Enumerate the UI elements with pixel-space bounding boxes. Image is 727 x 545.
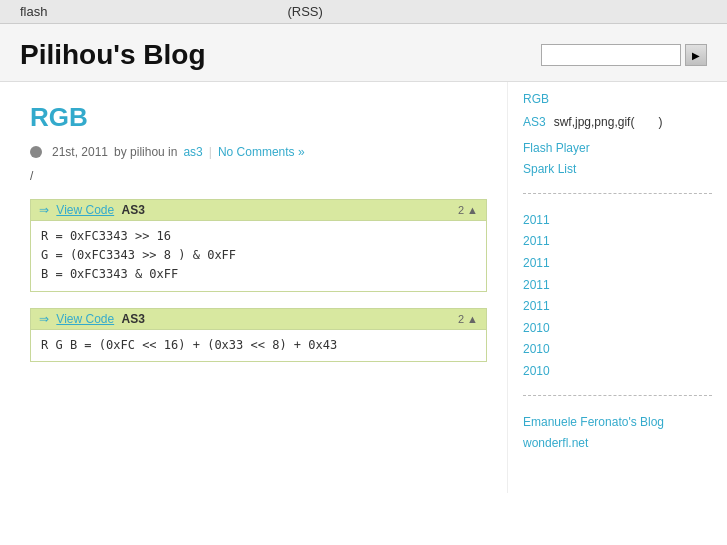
sidebar: RGB AS3 swf,jpg,png,gif( ) Flash Player …	[507, 82, 727, 493]
code-line: R G B = (0xFC << 16) + (0x33 << 8) + 0x4…	[41, 336, 476, 355]
code-arrow-icon-1: ⇒	[39, 203, 49, 217]
meta-separator: |	[209, 145, 212, 159]
code-block-2: ⇒ View Code AS3 2 ▲ R G B = (0xFC << 16)…	[30, 308, 487, 362]
search-input[interactable]	[541, 44, 681, 66]
sidebar-archive-2011-5[interactable]: 2011	[523, 296, 712, 318]
code-tools-1: 2 ▲	[458, 204, 478, 216]
code-header-left-2: ⇒ View Code AS3	[39, 312, 145, 326]
view-code-link-2[interactable]: View Code	[56, 312, 114, 326]
code-scroll-up-1[interactable]: ▲	[467, 204, 478, 216]
code-block-1: ⇒ View Code AS3 2 ▲ R = 0xFC3343 >> 16 G…	[30, 199, 487, 292]
meta-bullet	[30, 146, 42, 158]
sidebar-archives-section: 2011 2011 2011 2011 2011 2010 2010 2010	[523, 210, 712, 396]
code-header-left-1: ⇒ View Code AS3	[39, 203, 145, 217]
sidebar-blogroll-section: Emanuele Feronato's Blog wonderfl.net	[523, 412, 712, 467]
code-header-1: ⇒ View Code AS3 2 ▲	[31, 200, 486, 221]
sidebar-tag-as3[interactable]: AS3	[523, 112, 546, 134]
code-tools-2: 2 ▲	[458, 313, 478, 325]
sidebar-archive-2010-1[interactable]: 2010	[523, 318, 712, 340]
post-body: /	[30, 169, 487, 183]
top-nav: flash (RSS)	[0, 0, 727, 24]
sidebar-archive-2011-1[interactable]: 2011	[523, 210, 712, 232]
code-line: B = 0xFC3343 & 0xFF	[41, 265, 476, 284]
post-meta: 21st, 2011 by pilihou in as3 | No Commen…	[30, 145, 487, 159]
code-header-2: ⇒ View Code AS3 2 ▲	[31, 309, 486, 330]
header: Pilihou's Blog ▶	[0, 24, 727, 82]
code-lang-2: AS3	[122, 312, 145, 326]
sidebar-archive-2010-2[interactable]: 2010	[523, 339, 712, 361]
code-body-1: R = 0xFC3343 >> 16 G = (0xFC3343 >> 8 ) …	[31, 221, 486, 291]
search-button[interactable]: ▶	[685, 44, 707, 66]
sidebar-blogroll-wonderfl[interactable]: wonderfl.net	[523, 433, 712, 455]
search-box: ▶	[541, 44, 707, 66]
nav-rss-link[interactable]: (RSS)	[287, 4, 322, 19]
meta-comments-link[interactable]: No Comments »	[218, 145, 305, 159]
code-lang-1: AS3	[122, 203, 145, 217]
sidebar-tag-files: swf,jpg,png,gif( )	[554, 112, 663, 134]
code-tool-num-2: 2	[458, 313, 464, 325]
code-line: G = (0xFC3343 >> 8 ) & 0xFF	[41, 246, 476, 265]
site-title: Pilihou's Blog	[20, 39, 206, 71]
content-area: RGB 21st, 2011 by pilihou in as3 | No Co…	[0, 82, 507, 493]
sidebar-archive-2010-3[interactable]: 2010	[523, 361, 712, 383]
sidebar-archive-2011-3[interactable]: 2011	[523, 253, 712, 275]
code-line: R = 0xFC3343 >> 16	[41, 227, 476, 246]
sidebar-blogroll-feronato[interactable]: Emanuele Feronato's Blog	[523, 412, 712, 434]
post-title: RGB	[30, 102, 487, 133]
meta-tag-link[interactable]: as3	[183, 145, 202, 159]
sidebar-categories-title: RGB	[523, 92, 712, 106]
sidebar-spark-list-link[interactable]: Spark List	[523, 159, 712, 181]
main-layout: RGB 21st, 2011 by pilihou in as3 | No Co…	[0, 82, 727, 493]
code-scroll-up-2[interactable]: ▲	[467, 313, 478, 325]
view-code-link-1[interactable]: View Code	[56, 203, 114, 217]
sidebar-categories-section: RGB AS3 swf,jpg,png,gif( ) Flash Player …	[523, 92, 712, 194]
sidebar-tags-row: AS3 swf,jpg,png,gif( )	[523, 112, 712, 134]
sidebar-archive-2011-4[interactable]: 2011	[523, 275, 712, 297]
nav-flash-link[interactable]: flash	[20, 4, 47, 19]
sidebar-archive-2011-2[interactable]: 2011	[523, 231, 712, 253]
code-arrow-icon-2: ⇒	[39, 312, 49, 326]
meta-by: by pilihou in	[114, 145, 177, 159]
sidebar-flash-player-link[interactable]: Flash Player	[523, 138, 712, 160]
code-body-2: R G B = (0xFC << 16) + (0x33 << 8) + 0x4…	[31, 330, 486, 361]
code-tool-num-1: 2	[458, 204, 464, 216]
meta-date: 21st, 2011	[52, 145, 108, 159]
